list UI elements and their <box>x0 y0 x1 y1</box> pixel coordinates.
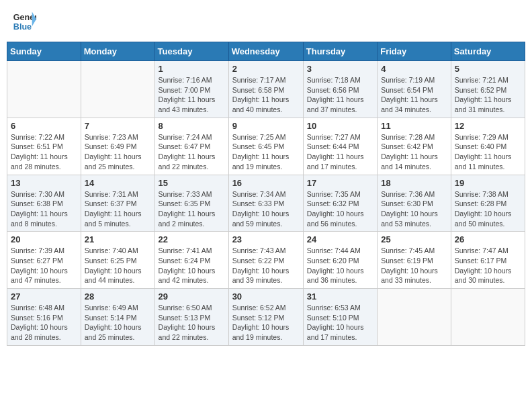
day-number: 26 <box>455 234 521 244</box>
day-info: Sunrise: 6:52 AMSunset: 5:12 PMDaylight:… <box>232 303 300 342</box>
calendar-body: 1Sunrise: 7:16 AMSunset: 7:00 PMDaylight… <box>7 61 525 346</box>
calendar-cell <box>81 61 154 118</box>
logo: General Blue <box>12 9 36 34</box>
weekday-header-monday: Monday <box>81 42 154 61</box>
calendar-cell: 27Sunrise: 6:48 AMSunset: 5:16 PMDayligh… <box>7 289 81 346</box>
day-info: Sunrise: 7:36 AMSunset: 6:30 PMDaylight:… <box>381 189 447 229</box>
day-info: Sunrise: 7:18 AMSunset: 6:56 PMDaylight:… <box>307 75 373 115</box>
calendar-cell: 5Sunrise: 7:21 AMSunset: 6:52 PMDaylight… <box>451 61 525 118</box>
calendar-cell: 6Sunrise: 7:22 AMSunset: 6:51 PMDaylight… <box>7 118 81 175</box>
calendar-cell: 10Sunrise: 7:27 AMSunset: 6:44 PMDayligh… <box>303 118 377 175</box>
day-info: Sunrise: 7:33 AMSunset: 6:35 PMDaylight:… <box>159 189 225 229</box>
weekday-header-sunday: Sunday <box>7 42 81 61</box>
day-number: 24 <box>307 234 373 244</box>
day-info: Sunrise: 7:23 AMSunset: 6:49 PMDaylight:… <box>85 132 151 172</box>
calendar-cell: 30Sunrise: 6:52 AMSunset: 5:12 PMDayligh… <box>228 289 303 346</box>
calendar-cell: 22Sunrise: 7:41 AMSunset: 6:24 PMDayligh… <box>154 232 228 289</box>
svg-text:Blue: Blue <box>13 22 32 32</box>
day-info: Sunrise: 7:27 AMSunset: 6:44 PMDaylight:… <box>307 132 373 172</box>
day-info: Sunrise: 7:39 AMSunset: 6:27 PMDaylight:… <box>11 246 77 285</box>
calendar-cell: 18Sunrise: 7:36 AMSunset: 6:30 PMDayligh… <box>378 175 451 232</box>
day-info: Sunrise: 7:31 AMSunset: 6:37 PMDaylight:… <box>85 189 151 229</box>
day-number: 21 <box>85 234 151 244</box>
calendar-cell: 17Sunrise: 7:35 AMSunset: 6:32 PMDayligh… <box>303 175 377 232</box>
weekday-header-saturday: Saturday <box>451 42 525 61</box>
calendar-cell: 3Sunrise: 7:18 AMSunset: 6:56 PMDaylight… <box>303 61 377 118</box>
day-number: 18 <box>381 178 447 188</box>
day-number: 30 <box>232 291 300 302</box>
calendar-cell: 23Sunrise: 7:43 AMSunset: 6:22 PMDayligh… <box>228 232 303 289</box>
calendar-cell: 20Sunrise: 7:39 AMSunset: 6:27 PMDayligh… <box>7 232 81 289</box>
day-number: 28 <box>85 291 151 302</box>
calendar-week-1: 1Sunrise: 7:16 AMSunset: 7:00 PMDaylight… <box>7 61 525 118</box>
calendar-cell: 7Sunrise: 7:23 AMSunset: 6:49 PMDaylight… <box>81 118 154 175</box>
weekday-header-wednesday: Wednesday <box>228 42 303 61</box>
day-number: 25 <box>381 234 447 244</box>
day-info: Sunrise: 7:35 AMSunset: 6:32 PMDaylight:… <box>307 189 373 229</box>
calendar-week-4: 20Sunrise: 7:39 AMSunset: 6:27 PMDayligh… <box>7 232 525 289</box>
calendar-cell <box>7 61 81 118</box>
calendar-cell: 4Sunrise: 7:19 AMSunset: 6:54 PMDaylight… <box>378 61 451 118</box>
calendar-cell: 2Sunrise: 7:17 AMSunset: 6:58 PMDaylight… <box>228 61 303 118</box>
day-number: 31 <box>307 291 373 302</box>
calendar-cell <box>378 289 451 346</box>
day-info: Sunrise: 7:28 AMSunset: 6:42 PMDaylight:… <box>381 132 447 172</box>
day-info: Sunrise: 7:44 AMSunset: 6:20 PMDaylight:… <box>307 246 373 285</box>
day-number: 27 <box>11 291 77 302</box>
day-info: Sunrise: 6:50 AMSunset: 5:13 PMDaylight:… <box>159 303 225 342</box>
day-number: 4 <box>381 64 447 74</box>
day-number: 6 <box>11 121 77 131</box>
day-info: Sunrise: 7:40 AMSunset: 6:25 PMDaylight:… <box>85 246 151 285</box>
day-info: Sunrise: 7:29 AMSunset: 6:40 PMDaylight:… <box>455 132 521 172</box>
day-number: 2 <box>232 64 300 74</box>
day-number: 16 <box>232 178 300 188</box>
weekday-header-thursday: Thursday <box>303 42 377 61</box>
day-number: 11 <box>381 121 447 131</box>
weekday-header-tuesday: Tuesday <box>154 42 228 61</box>
calendar-week-2: 6Sunrise: 7:22 AMSunset: 6:51 PMDaylight… <box>7 118 525 175</box>
day-info: Sunrise: 7:25 AMSunset: 6:45 PMDaylight:… <box>232 132 300 172</box>
day-number: 23 <box>232 234 300 244</box>
logo-icon: General Blue <box>12 9 36 34</box>
calendar-cell: 8Sunrise: 7:24 AMSunset: 6:47 PMDaylight… <box>154 118 228 175</box>
day-info: Sunrise: 6:48 AMSunset: 5:16 PMDaylight:… <box>11 303 77 342</box>
calendar-cell: 25Sunrise: 7:45 AMSunset: 6:19 PMDayligh… <box>378 232 451 289</box>
calendar-cell: 28Sunrise: 6:49 AMSunset: 5:14 PMDayligh… <box>81 289 154 346</box>
day-number: 19 <box>455 178 521 188</box>
day-info: Sunrise: 7:19 AMSunset: 6:54 PMDaylight:… <box>381 75 447 115</box>
calendar-cell: 1Sunrise: 7:16 AMSunset: 7:00 PMDaylight… <box>154 61 228 118</box>
calendar-header-row: SundayMondayTuesdayWednesdayThursdayFrid… <box>7 42 525 61</box>
day-number: 12 <box>455 121 521 131</box>
calendar-cell <box>451 289 525 346</box>
calendar-cell: 14Sunrise: 7:31 AMSunset: 6:37 PMDayligh… <box>81 175 154 232</box>
page-header: General Blue <box>7 7 525 36</box>
calendar-week-3: 13Sunrise: 7:30 AMSunset: 6:38 PMDayligh… <box>7 175 525 232</box>
day-number: 13 <box>11 178 77 188</box>
day-info: Sunrise: 6:49 AMSunset: 5:14 PMDaylight:… <box>85 303 151 342</box>
day-info: Sunrise: 7:30 AMSunset: 6:38 PMDaylight:… <box>11 189 77 229</box>
day-info: Sunrise: 7:47 AMSunset: 6:17 PMDaylight:… <box>455 246 521 285</box>
weekday-header-friday: Friday <box>378 42 451 61</box>
day-info: Sunrise: 7:22 AMSunset: 6:51 PMDaylight:… <box>11 132 77 172</box>
day-info: Sunrise: 6:53 AMSunset: 5:10 PMDaylight:… <box>307 303 373 342</box>
calendar-cell: 9Sunrise: 7:25 AMSunset: 6:45 PMDaylight… <box>228 118 303 175</box>
day-info: Sunrise: 7:21 AMSunset: 6:52 PMDaylight:… <box>455 75 521 115</box>
day-info: Sunrise: 7:41 AMSunset: 6:24 PMDaylight:… <box>159 246 225 285</box>
day-info: Sunrise: 7:24 AMSunset: 6:47 PMDaylight:… <box>159 132 225 172</box>
day-number: 8 <box>159 121 225 131</box>
calendar-cell: 16Sunrise: 7:34 AMSunset: 6:33 PMDayligh… <box>228 175 303 232</box>
day-number: 5 <box>455 64 521 74</box>
day-number: 9 <box>232 121 300 131</box>
calendar-cell: 12Sunrise: 7:29 AMSunset: 6:40 PMDayligh… <box>451 118 525 175</box>
day-number: 3 <box>307 64 373 74</box>
day-info: Sunrise: 7:43 AMSunset: 6:22 PMDaylight:… <box>232 246 300 285</box>
calendar-cell: 19Sunrise: 7:38 AMSunset: 6:28 PMDayligh… <box>451 175 525 232</box>
calendar-cell: 26Sunrise: 7:47 AMSunset: 6:17 PMDayligh… <box>451 232 525 289</box>
day-info: Sunrise: 7:17 AMSunset: 6:58 PMDaylight:… <box>232 75 300 115</box>
calendar-cell: 21Sunrise: 7:40 AMSunset: 6:25 PMDayligh… <box>81 232 154 289</box>
calendar-cell: 11Sunrise: 7:28 AMSunset: 6:42 PMDayligh… <box>378 118 451 175</box>
calendar-week-5: 27Sunrise: 6:48 AMSunset: 5:16 PMDayligh… <box>7 289 525 346</box>
calendar-table: SundayMondayTuesdayWednesdayThursdayFrid… <box>7 42 525 346</box>
day-number: 17 <box>307 178 373 188</box>
day-info: Sunrise: 7:38 AMSunset: 6:28 PMDaylight:… <box>455 189 521 229</box>
